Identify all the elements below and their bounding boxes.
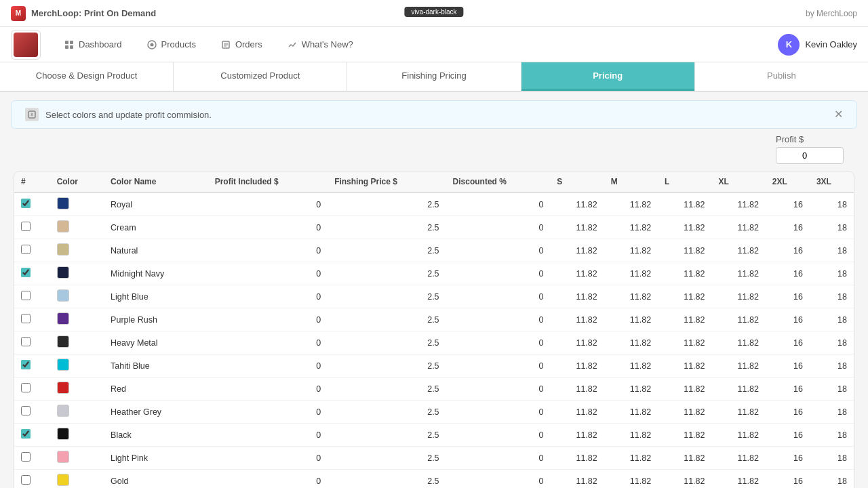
profit-included: 0	[208, 470, 328, 489]
size-cell: 11.82	[604, 331, 658, 354]
size-cell: 11.82	[604, 239, 658, 262]
discounted-pct: 0	[446, 308, 551, 331]
row-checkbox[interactable]	[21, 291, 31, 300]
nav-products-label: Products	[161, 39, 196, 49]
row-checkbox[interactable]	[21, 452, 31, 462]
row-checkbox[interactable]	[21, 199, 31, 208]
table-row: Light Blue02.5011.8211.8211.8211.821618	[14, 285, 854, 308]
profit-included: 0	[208, 424, 328, 447]
size-cell: 11.82	[550, 239, 604, 262]
size-cell: 11.82	[550, 308, 604, 331]
size-cell: 16	[766, 239, 810, 262]
finishing-price: 2.5	[328, 192, 446, 216]
profit-label: Profit $	[776, 134, 844, 144]
row-checkbox[interactable]	[21, 314, 31, 323]
size-cell: 16	[766, 331, 810, 354]
discounted-pct: 0	[446, 447, 551, 470]
size-cell: 11.82	[604, 285, 658, 308]
banner-close[interactable]: ✕	[834, 109, 843, 120]
nav-orders[interactable]: Orders	[211, 35, 272, 54]
finishing-price: 2.5	[328, 331, 446, 354]
size-cell: 18	[810, 262, 854, 285]
color-name: Natural	[104, 239, 208, 262]
row-checkbox[interactable]	[21, 406, 31, 415]
products-icon	[146, 39, 157, 50]
svg-point-5	[150, 43, 153, 46]
finishing-price: 2.5	[328, 308, 446, 331]
user-badge: K Kevin Oakley	[778, 34, 857, 56]
size-cell: 18	[810, 447, 854, 470]
size-cell: 11.82	[711, 470, 765, 489]
size-cell: 11.82	[711, 354, 765, 378]
step-finishing-pricing[interactable]: Finishing Pricing	[347, 62, 520, 91]
size-cell: 16	[766, 401, 810, 424]
size-cell: 11.82	[550, 401, 604, 424]
finishing-price: 2.5	[328, 354, 446, 378]
size-cell: 11.82	[711, 378, 765, 401]
row-checkbox[interactable]	[21, 268, 31, 277]
nav-dashboard[interactable]: Dashboard	[54, 35, 132, 54]
size-cell: 18	[810, 470, 854, 489]
size-cell: 16	[766, 447, 810, 470]
size-cell: 11.82	[604, 308, 658, 331]
table-row: Red02.5011.8211.8211.8211.821618	[14, 378, 854, 401]
row-checkbox[interactable]	[21, 383, 31, 392]
col-header-m: M	[604, 171, 658, 192]
profit-included: 0	[208, 331, 328, 354]
finishing-price: 2.5	[328, 378, 446, 401]
finishing-price: 2.5	[328, 239, 446, 262]
profit-included: 0	[208, 262, 328, 285]
row-checkbox[interactable]	[21, 360, 31, 369]
size-cell: 11.82	[711, 331, 765, 354]
col-header-finshing-price-$: Finshing Price $	[328, 171, 446, 192]
size-cell: 11.82	[711, 285, 765, 308]
size-cell: 16	[766, 216, 810, 239]
size-cell: 11.82	[604, 378, 658, 401]
row-checkbox[interactable]	[21, 429, 31, 439]
size-cell: 11.82	[604, 354, 658, 378]
profit-included: 0	[208, 285, 328, 308]
size-cell: 11.82	[604, 401, 658, 424]
size-cell: 11.82	[550, 354, 604, 378]
profit-input[interactable]	[776, 147, 844, 164]
size-cell: 11.82	[550, 262, 604, 285]
step-choose-&-design-product[interactable]: Choose & Design Product	[0, 62, 173, 91]
color-name: Midnight Navy	[104, 262, 208, 285]
size-cell: 11.82	[604, 447, 658, 470]
size-cell: 11.82	[550, 378, 604, 401]
col-header-s: S	[550, 171, 604, 192]
step-pricing[interactable]: Pricing	[521, 62, 694, 91]
color-swatch	[57, 359, 69, 371]
nav-products[interactable]: Products	[137, 35, 205, 54]
row-checkbox[interactable]	[21, 222, 31, 231]
size-cell: 11.82	[658, 331, 711, 354]
nav-whats-new[interactable]: What's New?	[277, 35, 363, 54]
color-name: Cream	[104, 216, 208, 239]
color-swatch	[57, 266, 69, 279]
profit-group: Profit $	[776, 134, 844, 164]
profit-included: 0	[208, 239, 328, 262]
color-name: Black	[104, 424, 208, 447]
nav-dashboard-label: Dashboard	[79, 39, 122, 49]
row-checkbox[interactable]	[21, 475, 31, 485]
table-row: Heather Grey02.5011.8211.8211.8211.82161…	[14, 401, 854, 424]
row-checkbox[interactable]	[21, 337, 31, 346]
size-cell: 11.82	[550, 424, 604, 447]
size-cell: 11.82	[550, 192, 604, 216]
profit-included: 0	[208, 192, 328, 216]
size-cell: 18	[810, 331, 854, 354]
discounted-pct: 0	[446, 216, 551, 239]
color-name: Heather Grey	[104, 401, 208, 424]
step-publish[interactable]: Publish	[695, 62, 868, 91]
color-name: Royal	[104, 192, 208, 216]
table-row: Midnight Navy02.5011.8211.8211.8211.8216…	[14, 262, 854, 285]
row-checkbox[interactable]	[21, 245, 31, 254]
svg-rect-0	[65, 41, 68, 44]
size-cell: 16	[766, 285, 810, 308]
app-icon: M	[11, 6, 26, 21]
size-cell: 11.82	[658, 378, 711, 401]
size-cell: 11.82	[711, 401, 765, 424]
size-cell: 16	[766, 354, 810, 378]
dashboard-icon	[64, 39, 75, 50]
step-customized-product[interactable]: Customized Product	[174, 62, 347, 91]
